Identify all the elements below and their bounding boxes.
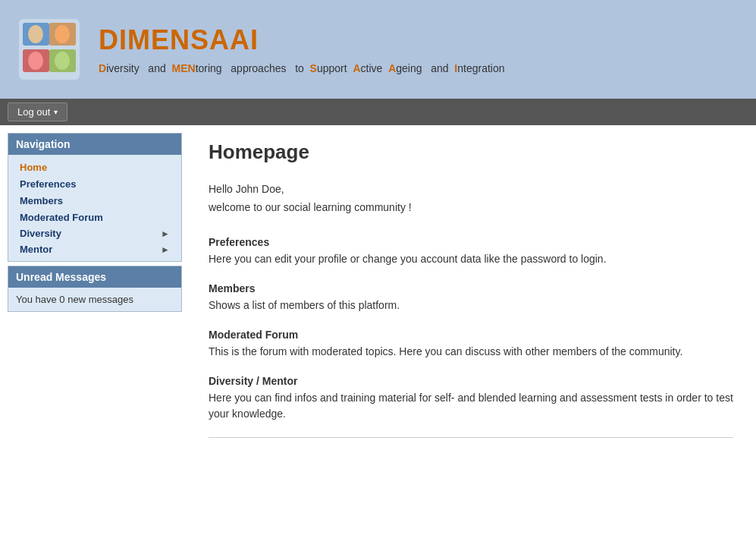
nav-item-mentor[interactable]: Mentor ► — [8, 241, 181, 257]
section-members-heading: Members — [209, 282, 733, 294]
main-layout: Navigation Home Preferences Members Mode… — [0, 125, 756, 453]
toolbar: Log out ▾ — [0, 99, 756, 125]
site-title: DIMENSAAI — [99, 24, 505, 56]
unread-block: Unread Messages You have 0 new messages — [8, 266, 182, 312]
nav-item-moderated-forum[interactable]: Moderated Forum — [8, 209, 181, 225]
section-moderated-forum-heading: Moderated Forum — [209, 329, 733, 341]
nav-link-mentor[interactable]: Mentor — [20, 244, 52, 255]
site-logo — [15, 15, 83, 83]
header-text: DIMENSAAI Diversity and MENtoring approa… — [99, 24, 505, 74]
content-divider — [209, 437, 733, 438]
nav-link-diversity[interactable]: Diversity — [20, 228, 61, 239]
section-members: Members Shows a list of members of this … — [209, 282, 733, 313]
greeting-text: Hello John Doe, — [209, 183, 733, 195]
section-diversity-mentor-heading: Diversity / Mentor — [209, 375, 733, 387]
unread-title: Unread Messages — [8, 266, 181, 288]
page-title: Homepage — [209, 140, 733, 168]
nav-link-members[interactable]: Members — [20, 195, 63, 206]
section-diversity-mentor: Diversity / Mentor Here you can find inf… — [209, 375, 733, 422]
nav-title: Navigation — [8, 134, 181, 155]
section-moderated-forum-desc: This is the forum with moderated topics.… — [209, 344, 733, 360]
svg-point-8 — [55, 52, 70, 70]
nav-link-preferences[interactable]: Preferences — [20, 178, 76, 190]
logout-button[interactable]: Log out ▾ — [8, 102, 67, 121]
diversity-arrow-icon: ► — [161, 228, 170, 239]
nav-item-diversity[interactable]: Diversity ► — [8, 225, 181, 241]
section-preferences-heading: Preferences — [209, 236, 733, 248]
welcome-text: welcome to our social learning community… — [209, 201, 733, 213]
section-moderated-forum: Moderated Forum This is the forum with m… — [209, 329, 733, 360]
section-members-desc: Shows a list of members of this platform… — [209, 298, 733, 313]
nav-item-members[interactable]: Members — [8, 192, 181, 209]
site-header: DIMENSAAI Diversity and MENtoring approa… — [0, 0, 756, 99]
section-diversity-mentor-desc: Here you can find infos and training mat… — [209, 390, 733, 422]
svg-point-7 — [28, 52, 43, 70]
nav-link-home[interactable]: Home — [20, 162, 47, 173]
section-preferences-desc: Here you can edit your profile or change… — [209, 251, 733, 267]
nav-link-moderated-forum[interactable]: Moderated Forum — [20, 212, 103, 223]
content-area: Homepage Hello John Doe, welcome to our … — [193, 133, 748, 446]
logout-arrow-icon: ▾ — [54, 108, 58, 116]
svg-point-5 — [28, 25, 43, 43]
mentor-arrow-icon: ► — [161, 244, 170, 255]
nav-item-preferences[interactable]: Preferences — [8, 175, 181, 192]
unread-body: You have 0 new messages — [8, 288, 181, 311]
section-preferences: Preferences Here you can edit your profi… — [209, 236, 733, 267]
svg-point-6 — [55, 25, 70, 43]
nav-list: Home Preferences Members Moderated Forum… — [8, 155, 181, 261]
sidebar: Navigation Home Preferences Members Mode… — [8, 133, 182, 316]
logout-label: Log out — [17, 106, 50, 118]
nav-item-home[interactable]: Home — [8, 159, 181, 175]
nav-block: Navigation Home Preferences Members Mode… — [8, 133, 182, 262]
site-subtitle: Diversity and MENtoring approaches to Su… — [99, 62, 505, 74]
